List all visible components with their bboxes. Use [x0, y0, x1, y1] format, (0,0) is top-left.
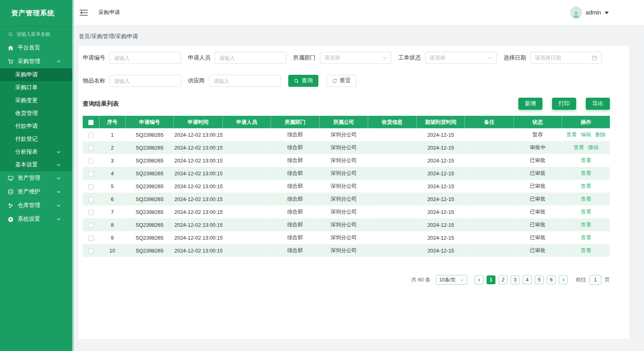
view-link[interactable]: 查看 — [581, 222, 591, 228]
query-button[interactable]: 查询 — [288, 75, 318, 87]
table-row: 7SQ23982652024-12-02 13:00:15综合部深圳分公司202… — [83, 205, 610, 218]
sidebar-item-home[interactable]: 平台首页 — [0, 41, 72, 55]
menu-search-placeholder: 请输入菜单名称 — [16, 31, 50, 38]
table-row: 6SQ23982652024-12-02 13:00:15综合部深圳分公司202… — [83, 193, 610, 205]
cell-expected: 2024-12-15 — [416, 231, 465, 244]
sidebar-item-procurement-order[interactable]: 采购订单 — [0, 81, 72, 94]
cell-applicant — [222, 231, 271, 244]
column-header: 申请人员 — [222, 116, 271, 128]
goto-page-input[interactable] — [589, 275, 601, 285]
print-button[interactable]: 打印 — [552, 98, 576, 110]
export-button[interactable]: 导出 — [586, 98, 610, 110]
filter-date-picker[interactable]: 请选择日期 — [530, 52, 602, 64]
sidebar-item-receiving[interactable]: 收货管理 — [0, 107, 72, 120]
sidebar: 资产管理系统 请输入菜单名称 平台首页采购管理采购申请采购订单采购变更收货管理付… — [0, 0, 72, 351]
sidebar-item-basic-settings[interactable]: 基本设置 — [0, 158, 72, 171]
page-button-4[interactable]: 4 — [523, 275, 532, 284]
cell-remark — [465, 218, 514, 231]
row-select-cell — [83, 154, 99, 167]
sidebar-menu: 平台首页采购管理采购申请采购订单采购变更收货管理付款申请付款登记分析报表基本设置… — [0, 41, 72, 226]
collapse-sidebar-icon[interactable] — [78, 8, 90, 18]
sidebar-item-payment-apply[interactable]: 付款申请 — [0, 120, 72, 133]
edit-link[interactable]: 编辑 — [581, 131, 591, 138]
row-select-cell — [83, 205, 99, 218]
topbar: 采购申请 admin — [74, 0, 644, 25]
cell-actions: 查看 — [562, 193, 610, 205]
select-all-checkbox[interactable] — [88, 120, 94, 125]
sidebar-item-warehouse[interactable]: 仓库管理 — [0, 199, 72, 212]
row-checkbox[interactable] — [88, 146, 94, 151]
sidebar-item-procurement[interactable]: 采购管理 — [0, 55, 72, 68]
cell-applicant — [222, 205, 271, 218]
cell-applicant — [222, 244, 271, 257]
sidebar-item-analysis-report[interactable]: 分析报表 — [0, 146, 72, 158]
page-button-1[interactable]: 1 — [487, 275, 495, 284]
page-unit-label: 页 — [605, 276, 610, 283]
query-button-label: 查询 — [302, 77, 313, 84]
row-checkbox[interactable] — [88, 223, 94, 228]
view-link[interactable]: 查看 — [567, 131, 577, 138]
page-button-3[interactable]: 3 — [511, 275, 520, 284]
cell-dept: 综合部 — [271, 141, 319, 154]
view-link[interactable]: 查看 — [581, 209, 591, 215]
column-header: 所属部门 — [271, 116, 319, 128]
filter-department-select[interactable]: 请选择 — [320, 52, 391, 64]
filter-order-status-select[interactable]: 请选择 — [425, 52, 497, 64]
row-checkbox[interactable] — [88, 236, 94, 241]
view-link[interactable]: 查看 — [574, 144, 584, 150]
tab-procurement-apply[interactable]: 采购申请 — [98, 9, 120, 16]
warehouse-icon — [6, 203, 14, 209]
view-link[interactable]: 查看 — [581, 196, 591, 202]
cell-dept: 综合部 — [271, 167, 319, 180]
revoke-link[interactable]: 撤销 — [588, 144, 599, 150]
row-checkbox[interactable] — [88, 184, 94, 189]
row-checkbox[interactable] — [88, 197, 94, 202]
view-link[interactable]: 查看 — [581, 234, 591, 240]
sidebar-item-asset-maintenance[interactable]: 资产维护 — [0, 185, 72, 199]
reset-button[interactable]: 重置 — [326, 75, 357, 87]
page-button-6[interactable]: 6 — [547, 275, 556, 284]
row-checkbox[interactable] — [88, 248, 94, 254]
prev-page-button[interactable] — [475, 275, 483, 284]
sidebar-item-system-settings[interactable]: 系统设置 — [0, 212, 72, 226]
cell-applicant — [222, 218, 271, 231]
sidebar-submenu: 采购申请采购订单采购变更收货管理付款申请付款登记分析报表基本设置 — [0, 68, 72, 171]
filter-supplier-label: 供应商 — [188, 77, 205, 84]
cell-dept: 综合部 — [271, 218, 319, 231]
view-link[interactable]: 查看 — [581, 247, 591, 253]
row-checkbox[interactable] — [88, 133, 94, 138]
user-menu[interactable]: admin — [570, 6, 609, 18]
view-link[interactable]: 查看 — [581, 170, 591, 176]
cell-no: SQ2398265 — [125, 244, 173, 257]
sidebar-item-label: 系统设置 — [18, 216, 40, 223]
filter-supplier-input[interactable] — [209, 75, 281, 87]
cell-receive — [368, 218, 416, 231]
page-size-select[interactable]: 10条/页 — [436, 275, 467, 285]
sidebar-item-asset-management[interactable]: 资产管理 — [0, 171, 72, 185]
cell-time: 2024-12-02 13:00:15 — [174, 141, 222, 154]
cell-no: SQ2398265 — [125, 141, 173, 154]
page-button-2[interactable]: 2 — [499, 275, 507, 284]
cart-icon — [6, 59, 14, 65]
row-select-cell — [83, 128, 99, 141]
delete-link[interactable]: 删除 — [595, 131, 606, 138]
cell-seq: 8 — [99, 218, 125, 231]
filter-application-no-label: 申请编号 — [83, 54, 105, 62]
cell-receive — [368, 167, 416, 180]
column-header: 申请时间 — [174, 116, 222, 128]
filter-item-name-input[interactable] — [110, 75, 181, 87]
row-checkbox[interactable] — [88, 158, 94, 164]
add-button[interactable]: 新增 — [518, 98, 542, 110]
menu-search-input[interactable]: 请输入菜单名称 — [0, 27, 72, 41]
sidebar-item-payment-register[interactable]: 付款登记 — [0, 133, 72, 146]
sidebar-item-procurement-apply[interactable]: 采购申请 — [0, 68, 72, 81]
page-button-5[interactable]: 5 — [535, 275, 544, 284]
view-link[interactable]: 查看 — [581, 183, 591, 189]
view-link[interactable]: 查看 — [581, 157, 591, 163]
filter-applicant-input[interactable] — [215, 52, 286, 64]
row-checkbox[interactable] — [88, 171, 94, 177]
row-checkbox[interactable] — [88, 210, 94, 215]
next-page-button[interactable] — [559, 275, 568, 284]
sidebar-item-procurement-change[interactable]: 采购变更 — [0, 94, 72, 107]
filter-application-no-input[interactable] — [110, 52, 181, 64]
